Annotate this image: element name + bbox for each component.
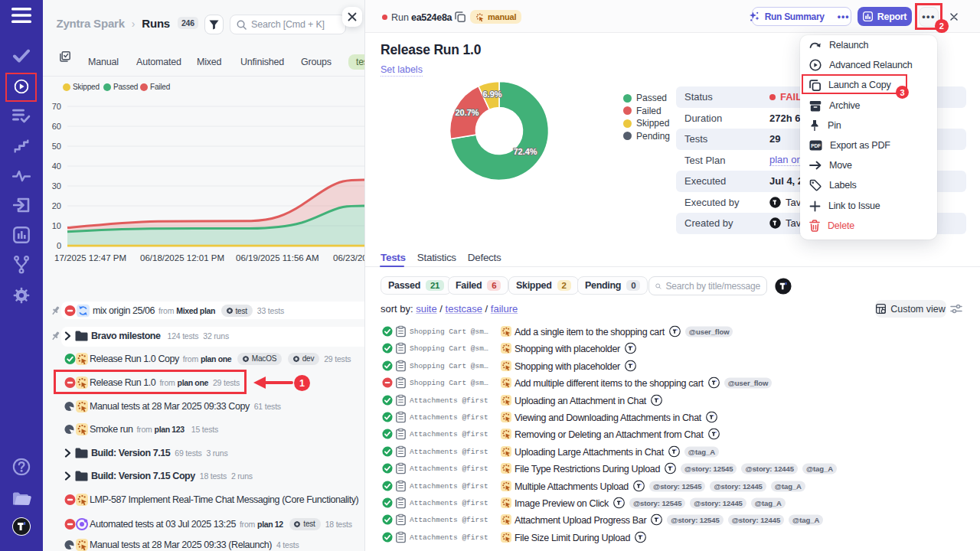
svg-text:20.7%: 20.7% bbox=[455, 108, 479, 117]
svg-text:72.4%: 72.4% bbox=[513, 147, 537, 156]
svg-text:PDF: PDF bbox=[811, 143, 821, 148]
svg-text:6.9%: 6.9% bbox=[482, 90, 501, 99]
